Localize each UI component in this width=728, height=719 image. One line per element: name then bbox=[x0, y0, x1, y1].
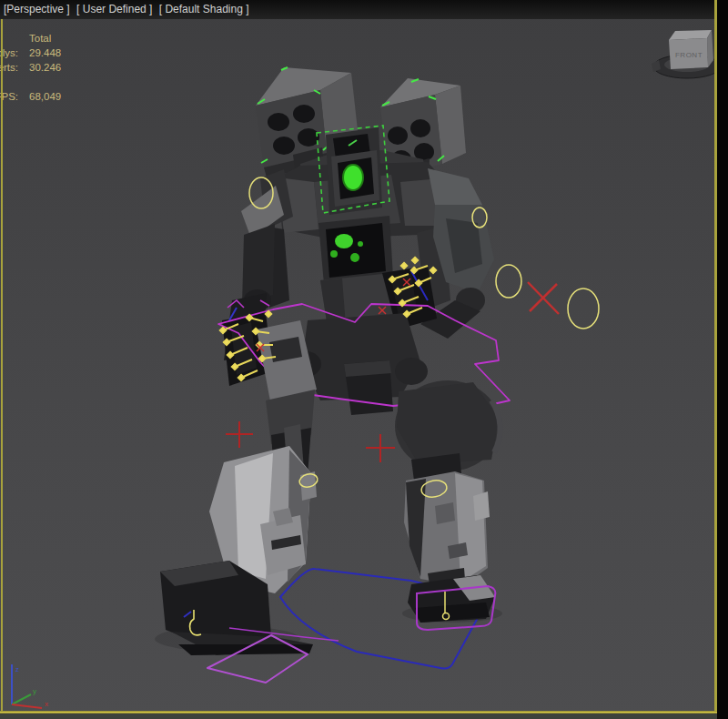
stats-fps-label: FPS: bbox=[0, 89, 18, 104]
viewport-border-bottom bbox=[0, 711, 717, 714]
viewport-border-right bbox=[714, 0, 717, 713]
axis-z-label: z bbox=[15, 665, 19, 673]
stats-header: Total bbox=[29, 31, 61, 46]
viewport-camera-label[interactable]: [ User Defined ] bbox=[76, 3, 152, 15]
stats-fps-value: 68,049 bbox=[29, 89, 61, 104]
axis-x-label: x bbox=[45, 700, 48, 708]
chest-recess bbox=[326, 223, 386, 278]
viewcube-front-label[interactable]: FRONT bbox=[675, 51, 703, 59]
stats-verts-value: 30.246 bbox=[29, 60, 61, 75]
stats-polys-label: Polys: bbox=[0, 46, 18, 60]
viewport-pov-label[interactable]: [Perspective ] bbox=[4, 3, 70, 15]
window-edge-right bbox=[717, 0, 728, 719]
stats-verts-label: Verts: bbox=[0, 60, 18, 75]
window-edge-bottom bbox=[0, 714, 717, 719]
stats-row-verts: Verts:30.246 bbox=[0, 60, 61, 75]
viewport-shading-label[interactable]: [ Default Shading ] bbox=[159, 3, 249, 15]
viewport-label-bar: [Perspective ] [ User Defined ] [ Defaul… bbox=[0, 0, 728, 19]
head-eye-glow bbox=[343, 165, 363, 190]
stats-row-polys: Polys:29.448 bbox=[0, 46, 61, 60]
axis-y-label: y bbox=[33, 687, 36, 695]
viewport-canvas[interactable]: FRONT z y x bbox=[0, 0, 728, 719]
stats-row-fps: FPS:68,049 bbox=[0, 89, 61, 104]
viewport-statistics: Total Polys:29.448 Verts:30.246 FPS:68,0… bbox=[0, 31, 61, 104]
viewport-border-left bbox=[1, 19, 3, 712]
stats-polys-value: 29.448 bbox=[29, 46, 61, 60]
